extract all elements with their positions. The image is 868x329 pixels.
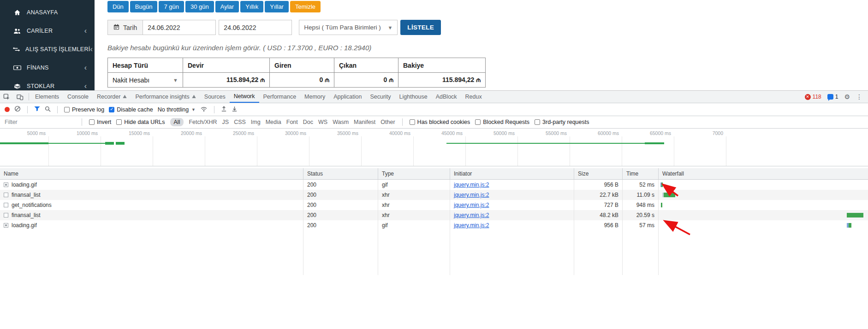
throttling-select[interactable]: No throttling▼	[158, 106, 196, 113]
type-filter-manifest[interactable]: Manifest	[354, 119, 375, 125]
device-toolbar-icon[interactable]	[13, 91, 27, 103]
date-to-input[interactable]	[219, 20, 292, 35]
type-filter-css[interactable]: CSS	[234, 119, 246, 125]
column-header-time[interactable]: Time	[623, 168, 659, 179]
tab-lighthouse[interactable]: Lighthouse	[395, 91, 432, 103]
network-overview-timeline[interactable]: 5000 ms 10000 ms 15000 ms 20000 ms 25000…	[0, 129, 868, 166]
tab-adblock[interactable]: AdBlock	[432, 91, 461, 103]
range-button-bugun[interactable]: Bugün	[130, 1, 158, 12]
account-type-select[interactable]: Nakit Hesabı ▼	[108, 73, 183, 88]
preserve-log-checkbox[interactable]: Preserve log	[64, 106, 104, 113]
tab-application[interactable]: Application	[329, 91, 366, 103]
type-filter-doc[interactable]: Doc	[303, 119, 313, 125]
sidebar-item-cariler[interactable]: CARİLER ‹	[0, 22, 95, 40]
settings-gear-icon[interactable]: ⚙	[844, 93, 850, 100]
has-blocked-cookies-checkbox[interactable]: Has blocked cookies	[410, 119, 470, 125]
tab-network[interactable]: Network	[230, 91, 259, 103]
kebab-menu-icon[interactable]: ⋮	[856, 93, 862, 100]
tab-recorder[interactable]: Recorder	[93, 91, 131, 103]
tab-performance-insights[interactable]: Performance insights	[131, 91, 200, 103]
sidebar-item-label: ALIŞ SATIŞ İŞLEMLERİ	[25, 46, 90, 53]
record-network-log-button[interactable]	[5, 107, 10, 112]
experiment-warning-icon	[123, 94, 127, 100]
request-type: xhr	[378, 200, 450, 210]
date-label: Tarih	[123, 24, 137, 31]
column-header-type[interactable]: Type	[378, 168, 450, 179]
type-filter-ws[interactable]: WS	[318, 119, 327, 125]
type-filter-wasm[interactable]: Wasm	[333, 119, 349, 125]
export-har-icon[interactable]	[232, 106, 238, 113]
column-header-waterfall[interactable]: Waterfall	[659, 168, 868, 179]
console-errors-badge[interactable]: ✕118	[805, 94, 821, 100]
users-icon	[12, 28, 22, 34]
type-filter-fetch-xhr[interactable]: Fetch/XHR	[189, 119, 217, 125]
type-filter-all[interactable]: All	[170, 118, 184, 126]
clear-button[interactable]: Temizle	[290, 1, 321, 12]
column-gridline	[622, 230, 623, 275]
clear-network-log-icon[interactable]	[14, 106, 21, 113]
import-har-icon[interactable]	[221, 106, 227, 113]
initiator-link[interactable]: jquery.min.js:2	[454, 212, 489, 218]
waterfall-bar	[664, 193, 675, 197]
initiator-link[interactable]: jquery.min.js:2	[454, 182, 489, 188]
tab-security[interactable]: Security	[366, 91, 395, 103]
type-filter-media[interactable]: Media	[266, 119, 281, 125]
date-from-input[interactable]	[143, 20, 216, 35]
error-count: 118	[813, 94, 821, 100]
network-request-row[interactable]: loading.gif 200 gif jquery.min.js:2 956 …	[0, 180, 868, 190]
filter-funnel-icon[interactable]	[34, 106, 40, 113]
invert-checkbox[interactable]: Invert	[89, 119, 111, 125]
tab-elements[interactable]: Elements	[31, 91, 63, 103]
tab-redux[interactable]: Redux	[461, 91, 486, 103]
tab-console[interactable]: Console	[63, 91, 93, 103]
tab-sources[interactable]: Sources	[200, 91, 230, 103]
tab-memory[interactable]: Memory	[300, 91, 329, 103]
inspect-element-icon[interactable]	[0, 91, 13, 103]
disable-cache-checkbox[interactable]: Disable cache	[109, 106, 153, 113]
range-button-yillar[interactable]: Yıllar	[265, 1, 289, 12]
column-header-initiator[interactable]: Initiator	[450, 168, 574, 179]
chevron-down-icon: ▼	[173, 77, 178, 83]
bakiye-value: 115.894,22 ₼	[398, 73, 486, 88]
range-button-7gun[interactable]: 7 gün	[159, 1, 184, 12]
exchange-arrows-icon	[12, 47, 20, 52]
initiator-link[interactable]: jquery.min.js:2	[454, 202, 489, 208]
column-header-bakiye: Bakiye	[398, 58, 486, 73]
issues-badge[interactable]: 1	[827, 94, 838, 100]
type-filter-js[interactable]: JS	[222, 119, 229, 125]
column-header-status[interactable]: Status	[303, 168, 378, 179]
type-filter-img[interactable]: Img	[251, 119, 261, 125]
range-button-dun[interactable]: Dün	[107, 1, 129, 12]
range-button-aylar[interactable]: Aylar	[215, 1, 239, 12]
sidebar-item-alis-satis[interactable]: ALIŞ SATIŞ İŞLEMLERİ ‹	[0, 40, 95, 59]
column-header-name[interactable]: Name	[0, 168, 303, 179]
sidebar-item-stoklar[interactable]: STOKLAR ‹	[0, 77, 95, 90]
checkbox-label: 3rd-party requests	[542, 119, 589, 125]
initiator-link[interactable]: jquery.min.js:2	[454, 222, 489, 229]
hide-data-urls-checkbox[interactable]: Hide data URLs	[116, 119, 165, 125]
sidebar-item-finans[interactable]: FİNANS ‹	[0, 59, 95, 77]
network-request-row[interactable]: finansal_list 200 xhr jquery.min.js:2 48…	[0, 210, 868, 220]
request-time: 57 ms	[623, 220, 659, 230]
search-icon[interactable]	[45, 106, 51, 113]
tab-performance[interactable]: Performance	[259, 91, 301, 103]
network-request-row[interactable]: loading.gif 200 gif jquery.min.js:2 956 …	[0, 220, 868, 230]
initiator-link[interactable]: jquery.min.js:2	[454, 192, 489, 198]
network-request-row[interactable]: finansal_list 200 xhr jquery.min.js:2 22…	[0, 190, 868, 200]
range-button-yillik[interactable]: Yıllık	[240, 1, 263, 12]
third-party-requests-checkbox[interactable]: 3rd-party requests	[535, 119, 589, 125]
blocked-requests-checkbox[interactable]: Blocked Requests	[475, 119, 529, 125]
timeline-tick-label: 30000 ms	[268, 130, 306, 136]
sidebar-item-anasayfa[interactable]: ANASAYFA	[0, 3, 95, 22]
type-filter-font[interactable]: Font	[286, 119, 298, 125]
range-button-30gun[interactable]: 30 gün	[185, 1, 214, 12]
currency-select[interactable]: Hepsi ( Tüm Para Birimleri ) ▼	[299, 20, 398, 35]
column-header-size[interactable]: Size	[574, 168, 623, 179]
balance-table-row: Nakit Hesabı ▼ 115.894,22 ₼ 0 ₼ 0 ₼ 115.…	[108, 73, 486, 88]
network-conditions-icon[interactable]	[200, 106, 208, 113]
filter-input[interactable]	[5, 119, 75, 125]
checkbox-label: Has blocked cookies	[417, 119, 470, 125]
network-request-row[interactable]: get_notifications 200 xhr jquery.min.js:…	[0, 200, 868, 210]
type-filter-other[interactable]: Other	[380, 119, 395, 125]
listele-button[interactable]: LİSTELE	[400, 20, 441, 35]
